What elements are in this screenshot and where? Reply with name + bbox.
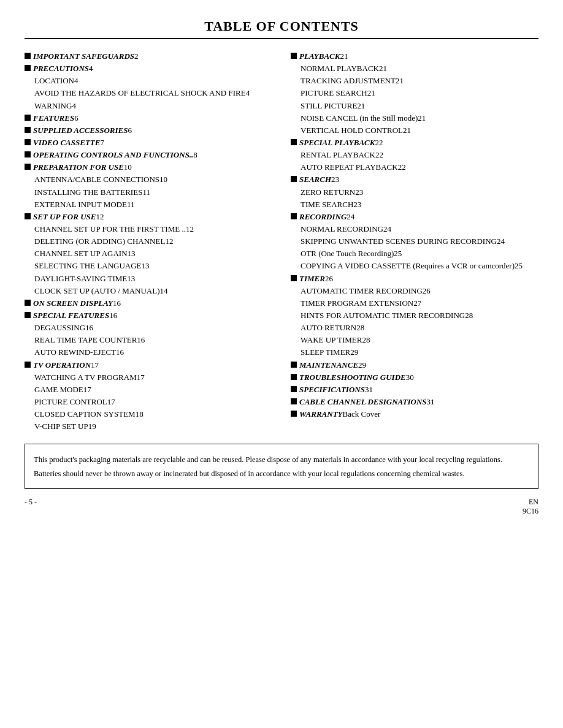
toc-entry-page: 23 (355, 186, 363, 199)
section-bullet (291, 213, 297, 219)
toc-entry-label: HINTS FOR AUTOMATIC TIMER RECORDING (301, 309, 465, 322)
toc-entry-label: IMPORTANT SAFEGUARDS (33, 50, 134, 63)
toc-section-entry: OPERATING CONTROLS AND FUNCTIONS..8 (25, 149, 272, 161)
note-paragraph: This product's packaging materials are r… (34, 454, 529, 466)
section-bullet (25, 65, 31, 71)
toc-entry-label: CLOSED CAPTION SYSTEM (34, 408, 136, 420)
toc-sub-entry: SELECTING THE LANGUAGE13 (25, 260, 272, 272)
toc-entry-page: 8 (193, 149, 197, 161)
toc-entry-page: 13 (128, 248, 136, 260)
toc-entry-page: 28 (356, 322, 364, 334)
toc-entry-page: 16 (85, 322, 93, 334)
toc-entry-page: 16 (109, 309, 117, 322)
toc-entry-page: 23 (353, 199, 361, 211)
toc-entry-label: DEGAUSSING (34, 322, 85, 334)
toc-entry-page: 6 (128, 124, 132, 137)
toc-entry-page: 23 (331, 173, 339, 186)
section-bullet (25, 127, 31, 133)
toc-right-column: PLAYBACK21NORMAL PLAYBACK21TRACKING ADJU… (291, 50, 538, 433)
toc-section-entry: RECORDING24 (291, 211, 538, 223)
toc-section-entry: IMPORTANT SAFEGUARDS2 (25, 50, 272, 63)
toc-entry-label: STILL PICTURE (301, 100, 357, 112)
toc-entry-label: TIMER (299, 273, 325, 285)
toc-section-entry: TROUBLESHOOTING GUIDE30 (291, 371, 538, 384)
toc-section-entry: TIMER26 (291, 273, 538, 285)
toc-entry-page: 29 (350, 346, 358, 358)
toc-entry-label: WATCHING A TV PROGRAM (34, 371, 137, 384)
toc-sub-entry: PICTURE SEARCH21 (291, 87, 538, 99)
toc-entry-label: WAKE UP TIMER (301, 334, 362, 346)
toc-entry-page: 17 (137, 371, 145, 384)
toc-entry-label: PICTURE CONTROL (34, 396, 107, 408)
toc-sub-entry: SKIPPING UNWANTED SCENES DURING RECORDIN… (291, 235, 538, 248)
toc-entry-page: 2 (134, 50, 139, 63)
toc-entry-page: 21 (396, 75, 404, 87)
toc-entry-label: LOCATION (34, 75, 74, 87)
toc-sub-entry: COPYING A VIDEO CASSETTE (Requires a VCR… (291, 260, 538, 272)
toc-entry-label: DAYLIGHT-SAVING TIME (34, 273, 127, 285)
toc-sub-entry: EXTERNAL INPUT MODE11 (25, 199, 272, 211)
footer-page: - 5 - (25, 498, 37, 516)
toc-sub-entry: REAL TIME TAPE COUNTER16 (25, 334, 272, 346)
toc-section-entry: MAINTENANCE29 (291, 359, 538, 371)
note-box: This product's packaging materials are r… (25, 444, 538, 489)
toc-entry-label: FEATURES (33, 112, 74, 124)
toc-sub-entry: NOISE CANCEL (in the Still mode)21 (291, 112, 538, 124)
toc-entry-page: Back Cover (343, 408, 381, 420)
toc-entry-page: 31 (365, 384, 373, 396)
toc-sub-entry: TIMER PROGRAM EXTENSION27 (291, 297, 538, 309)
section-bullet (291, 139, 297, 145)
toc-sub-entry: RENTAL PLAYBACK22 (291, 149, 538, 161)
toc-entry-page: 21 (340, 50, 348, 63)
section-bullet (291, 53, 297, 59)
toc-entry-label: GAME MODE (34, 384, 83, 396)
toc-sub-entry: AVOID THE HAZARDS OF ELECTRICAL SHOCK AN… (25, 87, 272, 99)
toc-entry-page: 21 (379, 63, 387, 75)
toc-sub-entry: NORMAL RECORDING24 (291, 223, 538, 235)
toc-entry-page: 11 (127, 199, 135, 211)
toc-entry-label: AUTO REPEAT PLAYBACK (301, 161, 398, 173)
section-bullet (25, 139, 31, 145)
toc-section-entry: SET UP FOR USE12 (25, 211, 272, 223)
toc-entry-page: 24 (383, 223, 391, 235)
toc-entry-page: 4 (72, 100, 76, 112)
toc-entry-page: 26 (325, 273, 333, 285)
section-bullet (291, 386, 297, 392)
toc-section-entry: PLAYBACK21 (291, 50, 538, 63)
toc-entry-label: OTR (One Touch Recording) (301, 248, 394, 260)
toc-sub-entry: V-CHIP SET UP19 (25, 420, 272, 433)
toc-sub-entry: WATCHING A TV PROGRAM17 (25, 371, 272, 384)
toc-entry-label: INSTALLING THE BATTERIES (34, 186, 142, 199)
toc-entry-label: SPECIFICATIONS (299, 384, 365, 396)
page-title: TABLE OF CONTENTS (25, 18, 538, 34)
toc-entry-label: V-CHIP SET UP (34, 420, 88, 433)
toc-entry-label: AUTOMATIC TIMER RECORDING (301, 285, 423, 297)
title-divider (25, 38, 538, 39)
toc-sub-entry: WARNING4 (25, 100, 272, 112)
section-bullet (25, 300, 31, 306)
toc-entry-page: 25 (515, 260, 523, 272)
toc-sub-entry: DEGAUSSING16 (25, 322, 272, 334)
toc-entry-page: 21 (418, 112, 426, 124)
toc-entry-label: DELETING (OR ADDING) CHANNEL (34, 235, 165, 248)
toc-entry-page: 12 (186, 223, 194, 235)
toc-entry-label: PICTURE SEARCH (301, 87, 367, 99)
toc-sub-entry: CLOSED CAPTION SYSTEM18 (25, 408, 272, 420)
toc-entry-page: 27 (413, 297, 421, 309)
toc-entry-label: PRECAUTIONS (33, 63, 89, 75)
toc-section-entry: SUPPLIED ACCESSORIES6 (25, 124, 272, 137)
toc-section-entry: TV OPERATION17 (25, 359, 272, 371)
toc-entry-label: SUPPLIED ACCESSORIES (33, 124, 128, 137)
toc-sub-entry: PICTURE CONTROL17 (25, 396, 272, 408)
footer: - 5 - EN 9C16 (25, 498, 538, 516)
toc-entry-page: 26 (423, 285, 431, 297)
toc-entry-page: 22 (375, 137, 383, 149)
toc-entry-label: SPECIAL PLAYBACK (299, 137, 375, 149)
toc-entry-page: 13 (127, 273, 135, 285)
toc-sub-entry: AUTO REPEAT PLAYBACK22 (291, 161, 538, 173)
toc-entry-label: AUTO RETURN (301, 322, 356, 334)
toc-entry-label: AUTO REWIND-EJECT (34, 346, 116, 358)
toc-section-entry: ON SCREEN DISPLAY16 (25, 297, 272, 309)
toc-entry-page: 4 (74, 75, 79, 87)
section-bullet (291, 176, 297, 182)
